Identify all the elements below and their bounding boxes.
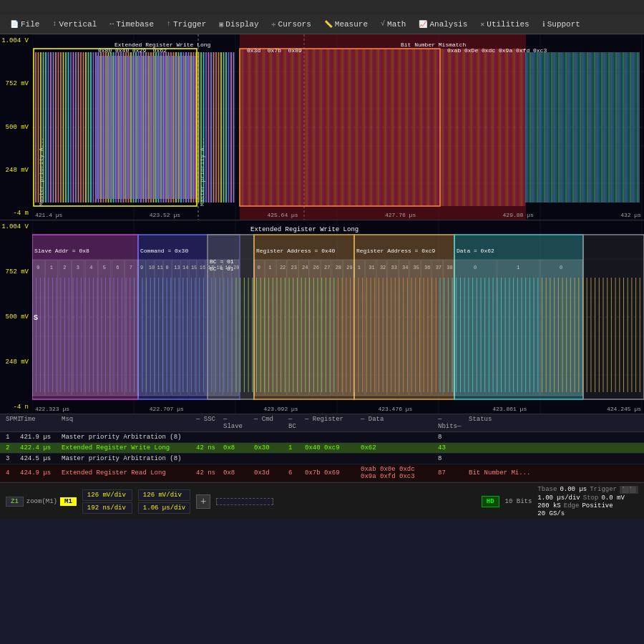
row4-ssc: 42 ns [196,469,218,477]
row4-status: Bit Number Mi... [469,469,638,477]
row4-num: 4 [6,469,14,477]
header-time: Time [20,416,56,430]
menu-math-label: Math [387,20,406,29]
table-row-3[interactable]: 3 424.5 µs Master priority Arbitration (… [0,454,644,464]
lower-x-5: 424.245 µs [607,406,641,412]
row2-time: 422.4 µs [20,444,56,452]
header-msg: Msq [62,416,190,430]
y-label-4: -4 m [1,210,31,217]
file-icon: 📄 [10,20,19,29]
table-row-2[interactable]: 2 422.4 µs Extended Register Write Long … [0,443,644,454]
cursors-icon: ✛ [272,20,276,29]
math-icon: √ [381,20,385,28]
menu-cursors[interactable]: ✛ Cursors [266,19,317,30]
zoom-mode: zoom(M1) [26,498,57,505]
row1-num: 1 [6,434,14,441]
row1-nbits: 8 [438,434,463,441]
lower-y-1: 752 mV [1,268,31,275]
sample-rate2: 20 GS/s [537,510,565,517]
lower-x-2: 423.092 µs [264,406,298,412]
display-icon: ▣ [219,20,223,29]
trigger-label: Trigger [590,486,617,494]
div2-value: 1.06 µs/div [143,504,185,512]
x-label-4: 429.88 µs [503,212,534,218]
hd-badge: HD [482,496,499,507]
zoom-label: Z1 [6,497,24,507]
row2-ssc: 42 ns [196,444,218,452]
status-right: HD 10 Bits Tbase 0.00 µs Trigger ⬛⬛ 1.00… [482,486,638,517]
table-header: SPMI Time Msq — SSC — Slave — Cmd — BC —… [0,414,644,432]
analysis-icon: 📈 [419,20,427,29]
menu-trigger[interactable]: ↑ Trigger [161,19,212,30]
zoom-box: Z1 zoom(M1) M1 [6,497,77,507]
x-label-3: 427.76 µs [385,212,416,218]
div2-value-box[interactable]: 1.06 µs/div [138,502,190,514]
lower-x-4: 423.861 µs [492,406,527,412]
upper-y-axis: 1.004 V 752 mV 500 mV 248 mV -4 m [0,34,32,220]
trigger-icon: ↑ [167,20,171,28]
header-num: SPMI [6,416,14,430]
row2-bc: 1 [288,444,299,452]
status-bar: Z1 zoom(M1) M1 126 mV/div 192 ns/div 126… [0,482,644,519]
tbase-row1: Tbase 0.00 µs Trigger ⬛⬛ [537,486,638,494]
row4-time: 424.9 µs [20,469,56,477]
tbase-row3: 200 kS Edge Positive [537,502,638,509]
row4-msg: Extended Register Read Long [62,469,190,477]
row3-time: 424.5 µs [20,455,56,462]
header-bc: — BC [288,416,299,430]
top-border [0,0,644,14]
row4-reg: 0x7b 0x69 [305,469,355,477]
header-nbits: — Nbits— [438,416,463,430]
table-row-1[interactable]: 1 421.9 µs Master priority Arbitration (… [0,432,644,443]
tbase-value: 0.00 µs [560,486,587,494]
div1-box[interactable]: 126 mV/div [82,489,132,501]
x-label-5: 432 µs [620,212,641,218]
row3-num: 3 [6,455,14,462]
menu-math[interactable]: √ Math [375,19,411,30]
menu-analysis[interactable]: 📈 Analysis [413,19,473,30]
menu-support[interactable]: ℹ Support [537,19,586,30]
div1-value-box[interactable]: 126 mV/div [138,489,190,501]
div1-label: 126 mV/div [87,492,126,499]
lower-waveform-canvas [32,220,644,414]
row2-num: 2 [6,444,14,452]
y-label-1: 752 mV [1,80,31,87]
header-reg: — Register [305,416,355,430]
lower-x-axis: 422.323 µs 422.707 µs 423.092 µs 423.476… [32,406,644,412]
header-data: — Data [361,416,432,430]
zoom-channel: M1 [60,497,77,506]
menu-measure-label: Measure [335,20,368,29]
menu-measure[interactable]: 📏 Measure [318,19,374,30]
x-label-0: 421.4 µs [35,212,62,218]
menu-support-label: Support [547,20,580,29]
channel-placeholder [216,498,273,505]
menu-file[interactable]: 📄 File [4,19,45,30]
lower-x-1: 422.707 µs [150,406,184,412]
menu-display-label: Display [225,20,258,29]
edge-polarity: Positive [582,502,613,509]
lower-x-3: 423.476 µs [378,406,412,412]
trigger-mode: Stop [583,494,599,502]
table-row-4[interactable]: 4 424.9 µs Extended Register Read Long 4… [0,464,644,482]
row4-bc: 6 [288,469,299,477]
div2-label: 192 ns/div [87,504,126,512]
timebase-icon: ↔ [109,20,114,28]
menu-utilities[interactable]: ✕ Utilities [474,19,535,30]
menu-analysis-label: Analysis [429,20,467,29]
trigger-channel: ⬛⬛ [620,486,638,494]
lower-y-2: 500 mV [1,313,31,321]
row2-slave: 0x8 [223,444,248,452]
row4-slave: 0x8 [223,469,248,477]
menu-timebase[interactable]: ↔ Timebase [104,19,160,30]
menu-display[interactable]: ▣ Display [213,19,264,30]
add-channel-button[interactable]: + [196,494,210,509]
tbase-row4: 20 GS/s [537,510,638,517]
menu-utilities-label: Utilities [487,20,529,29]
menu-vertical[interactable]: ↕ Vertical [47,19,102,30]
tbase-box: Tbase 0.00 µs Trigger ⬛⬛ 1.00 µs/div Sto… [537,486,638,517]
menu-vertical-label: Vertical [59,20,97,29]
lower-panel: 1.004 V 752 mV 500 mV 248 mV -4 n Extend… [0,220,644,414]
bits-badge: 10 Bits [505,498,532,505]
div-container: 126 mV/div 192 ns/div [82,489,132,514]
div2-box[interactable]: 192 ns/div [82,502,132,514]
